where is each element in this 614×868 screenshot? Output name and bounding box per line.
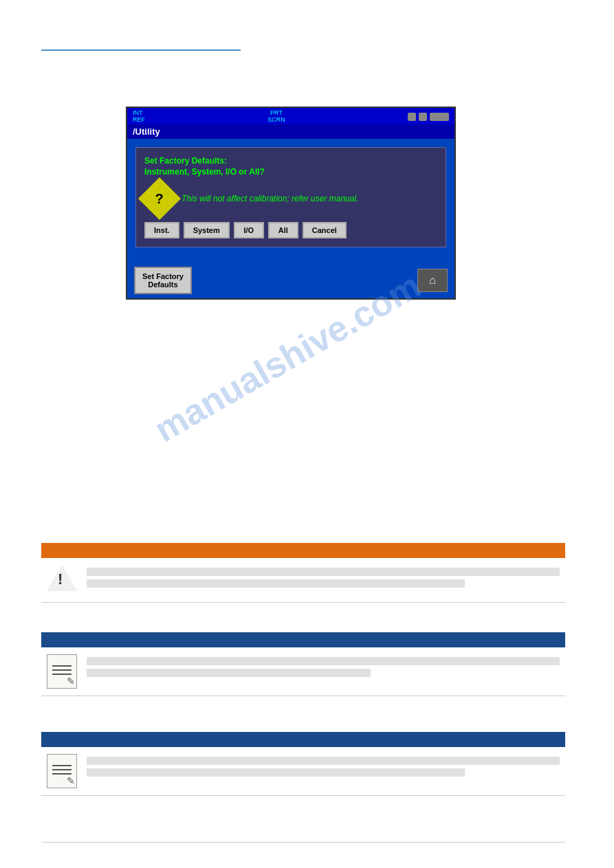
pencil-icon-2: ✎ [67,775,75,786]
question-mark-icon: ? [155,190,164,206]
bottom-separator-line [41,842,565,843]
note-icon-1: ✎ [47,654,77,689]
io-button[interactable]: I/O [234,222,264,238]
note-notice-box-2: ✎ [41,732,565,796]
note-line-4 [52,765,72,766]
top-separator-line [41,49,241,51]
dialog-box: Set Factory Defaults: Instrument, System… [135,147,446,247]
triangle-shape [47,565,77,591]
note-line-3 [52,674,72,675]
dialog-title-line1: Set Factory Defaults: [144,156,437,166]
system-button[interactable]: System [184,222,230,238]
status-ref: REF [133,117,145,124]
note-content-2 [87,754,560,780]
note-line-6 [52,773,72,775]
home-icon: ⌂ [429,274,436,287]
dialog-title-line2: Instrument, System, I/O or All? [144,167,437,177]
note-line-2 [52,669,72,671]
screen-title-bar: /Utility [127,124,454,139]
pencil-icon: ✎ [67,676,75,687]
dialog-body: ? This will not affect calibration; refe… [144,183,437,214]
notice-text-2 [87,579,465,588]
note-icon-2: ✎ [47,754,77,788]
screen-main-area: Set Factory Defaults: Instrument, System… [127,139,454,263]
note-line-5 [52,769,72,770]
note-header-1 [41,632,565,647]
warning-content [87,565,560,591]
cancel-button[interactable]: Cancel [303,222,347,238]
note-text-1 [87,657,560,665]
note-notice-box-1: ✎ [41,632,565,696]
warning-notice-box [41,543,565,603]
status-left: INT REF [133,110,145,124]
dialog-message: This will not affect calibration; refer … [182,194,358,203]
note-text-2 [87,669,371,677]
screen-title: /Utility [133,126,160,137]
note-text-3 [87,757,560,765]
note-content-1 [87,654,560,680]
notice-text-1 [87,568,560,576]
status-center: PRT SCRN [267,110,285,124]
note-body-2: ✎ [41,747,565,796]
inst-button[interactable]: Inst. [144,222,179,238]
warning-diamond-icon: ? [138,177,181,220]
note-header-2 [41,732,565,747]
warning-body [41,558,565,603]
status-scrn: SCRN [267,117,285,124]
status-right [408,113,449,121]
note-body-1: ✎ [41,647,565,696]
all-button[interactable]: All [268,222,298,238]
warning-header [41,543,565,558]
warning-notice-section [41,543,565,614]
note-text-4 [87,768,465,777]
home-button[interactable]: ⌂ [417,269,448,292]
note-notice-section-1: ✎ [41,632,565,707]
keyboard-icon [430,113,449,121]
warning-triangle-icon [47,565,77,595]
device-screen: INT REF PRT SCRN /Utility Set Factory De… [126,107,456,300]
device-screen-wrapper: INT REF PRT SCRN /Utility Set Factory De… [126,107,456,300]
note-notice-section-2: ✎ [41,732,565,807]
dialog-buttons: Inst. System I/O All Cancel [144,222,437,238]
display-icon [419,113,427,121]
note-line-1 [52,665,72,667]
screen-bottom-area: Set Factory Defaults ⌂ [127,263,454,298]
lock-icon [408,113,416,121]
set-factory-defaults-button[interactable]: Set Factory Defaults [134,267,192,294]
status-bar: INT REF PRT SCRN [127,108,454,124]
